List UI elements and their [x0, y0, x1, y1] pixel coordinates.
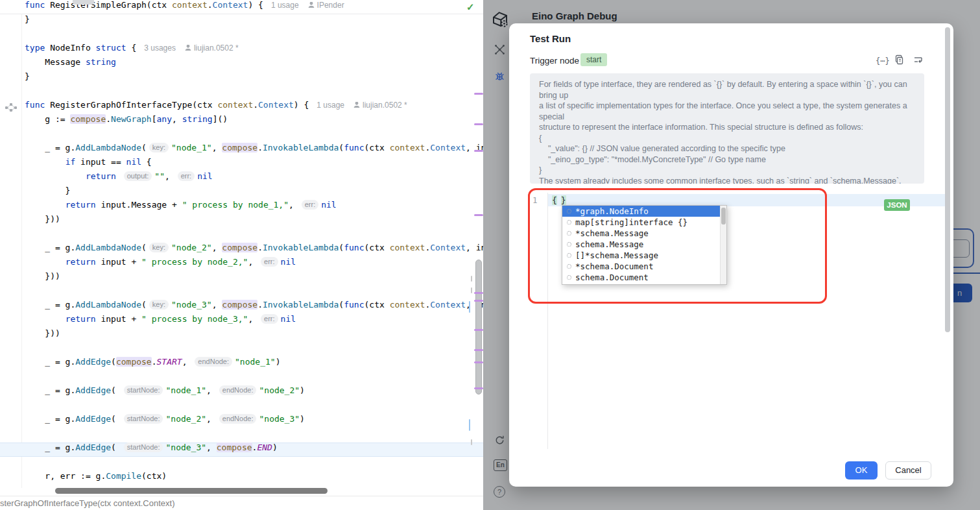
- code-line[interactable]: _ = g.AddLambdaNode(key:"node_1", compos…: [0, 143, 483, 157]
- code-line[interactable]: g := compose.NewGraph[any, string](): [0, 114, 483, 128]
- code-line[interactable]: _ = g.AddLambdaNode(key:"node_3", compos…: [0, 300, 483, 314]
- code-line[interactable]: return input + " process by node_2,", er…: [0, 257, 483, 271]
- code-token: return: [86, 171, 116, 181]
- code-line[interactable]: func RegisterGraphOfInterfaceType(ctx co…: [0, 100, 483, 114]
- code-line[interactable]: [0, 29, 483, 43]
- cancel-button[interactable]: Cancel: [885, 461, 931, 480]
- code-token: _ = g.: [25, 443, 75, 452]
- test-run-modal: Test Run Trigger node start {⋯} For fiel…: [509, 23, 953, 487]
- purple-stripe-mark: [474, 150, 483, 152]
- completion-item[interactable]: schema.Message: [562, 239, 726, 250]
- code-token: " process by node_1,": [182, 200, 289, 210]
- code-line[interactable]: [0, 343, 483, 357]
- code-line[interactable]: Message string: [0, 57, 483, 71]
- code-token: ) {: [248, 0, 263, 10]
- code-token: {: [126, 43, 137, 53]
- trigger-node-badge[interactable]: start: [580, 53, 607, 66]
- code-line[interactable]: return input.Message + " process by node…: [0, 200, 483, 214]
- code-line[interactable]: [0, 457, 483, 471]
- inlay-hint: key:: [149, 243, 169, 252]
- completion-item-label: []*schema.Message: [575, 250, 658, 260]
- code-editor[interactable]: func RegisterSimpleGraph(ctx context.Con…: [0, 0, 483, 510]
- code-token: "node_2": [171, 243, 212, 252]
- code-line[interactable]: [0, 371, 483, 385]
- completion-item[interactable]: schema.Document: [562, 272, 726, 283]
- code-token: [25, 314, 66, 324]
- code-line[interactable]: }: [0, 71, 483, 86]
- code-token: END: [257, 443, 272, 452]
- code-line[interactable]: }: [0, 14, 483, 29]
- code-token: _ = g.: [25, 143, 75, 152]
- code-token: ,: [206, 443, 217, 452]
- wrap-arrow-icon[interactable]: [913, 55, 924, 66]
- code-token: liujian.0502 *: [353, 101, 407, 110]
- code-token: .: [257, 300, 263, 310]
- code-token: compose: [222, 300, 257, 310]
- code-line[interactable]: _ = g.AddEdge( startNode:"node_3", compo…: [0, 443, 483, 457]
- inlay-hint: endNode:: [195, 357, 232, 367]
- purple-stripe-mark: [474, 349, 483, 351]
- code-token: (: [339, 243, 344, 252]
- code-token: context: [172, 0, 208, 10]
- code-line[interactable]: return output:"", err:nil: [0, 171, 483, 186]
- type-completion-dropdown[interactable]: *graph.NodeInfomap[string]interface {}*s…: [562, 205, 727, 285]
- code-line[interactable]: _ = g.AddEdge(compose.START, endNode:"no…: [0, 357, 483, 371]
- completion-item[interactable]: []*schema.Message: [562, 250, 726, 261]
- code-token: func: [25, 0, 45, 10]
- dropdown-scrollbar-thumb[interactable]: [721, 208, 726, 225]
- completion-item[interactable]: *graph.NodeInfo: [562, 206, 726, 217]
- code-token: (ctx): [141, 471, 167, 481]
- code-token: if: [66, 157, 76, 167]
- inlay-hint: startNode:: [124, 443, 163, 452]
- gray-stripe-mark: [471, 439, 472, 445]
- code-line[interactable]: type NodeInfo struct {3 usagesliujian.05…: [0, 43, 483, 57]
- code-token: NewGraph: [111, 114, 152, 124]
- code-line[interactable]: r, err := g.Compile(ctx): [0, 471, 483, 485]
- editor-horizontal-scrollbar[interactable]: [55, 488, 328, 494]
- code-line[interactable]: if input == nil {: [0, 157, 483, 171]
- completion-item-label: map[string]interface {}: [575, 217, 687, 227]
- code-token: .: [253, 100, 258, 110]
- info-line: structure to represent the interface inf…: [539, 122, 915, 133]
- code-area[interactable]: func RegisterSimpleGraph(ctx context.Con…: [0, 0, 483, 485]
- code-line[interactable]: [0, 228, 483, 243]
- code-token: context: [390, 143, 425, 152]
- code-line[interactable]: return input + " process by node_3,", er…: [0, 314, 483, 328]
- code-line[interactable]: })): [0, 328, 483, 343]
- code-line[interactable]: [0, 428, 483, 443]
- code-token: }: [25, 14, 30, 24]
- editor-vertical-scrollbar[interactable]: [475, 260, 482, 395]
- copy-icon[interactable]: [894, 55, 905, 66]
- code-line[interactable]: [0, 86, 483, 100]
- completion-item[interactable]: *schema.Document: [562, 261, 726, 272]
- code-line[interactable]: _ = g.AddEdge( startNode:"node_1", endNo…: [0, 385, 483, 400]
- code-line[interactable]: })): [0, 214, 483, 228]
- code-token: input +: [96, 257, 141, 267]
- code-line[interactable]: [0, 400, 483, 414]
- code-token: ,: [212, 243, 222, 252]
- modal-scrollbar[interactable]: [945, 27, 950, 332]
- completion-item[interactable]: map[string]interface {}: [562, 217, 726, 228]
- code-token: struct: [96, 43, 126, 53]
- code-token: nil: [197, 171, 212, 181]
- code-line[interactable]: }: [0, 186, 483, 200]
- code-token: [25, 157, 66, 167]
- breadcrumb[interactable]: sterGraphOfInterfaceType(ctx context.Con…: [0, 496, 483, 510]
- completion-item[interactable]: *schema.Message: [562, 228, 726, 239]
- code-line[interactable]: _ = g.AddEdge( startNode:"node_2", endNo…: [0, 414, 483, 428]
- dropdown-scrollbar-track[interactable]: [720, 206, 726, 284]
- ok-button[interactable]: OK: [845, 461, 878, 480]
- code-line[interactable]: [0, 285, 483, 300]
- code-token: _ = g.: [25, 414, 75, 424]
- graph-gutter-icon[interactable]: [5, 103, 18, 112]
- format-braces-icon[interactable]: {⋯}: [876, 56, 890, 66]
- code-line[interactable]: _ = g.AddLambdaNode(key:"node_2", compos…: [0, 243, 483, 257]
- code-line[interactable]: [0, 128, 483, 143]
- code-line[interactable]: })): [0, 271, 483, 285]
- code-token: type: [25, 43, 45, 53]
- code-token: Message: [25, 57, 86, 67]
- code-token: .: [106, 114, 111, 124]
- inlay-hint: key:: [149, 143, 169, 152]
- completion-item-label: schema.Message: [575, 239, 643, 249]
- info-line: "_value": {} // JSON value generated acc…: [539, 143, 915, 154]
